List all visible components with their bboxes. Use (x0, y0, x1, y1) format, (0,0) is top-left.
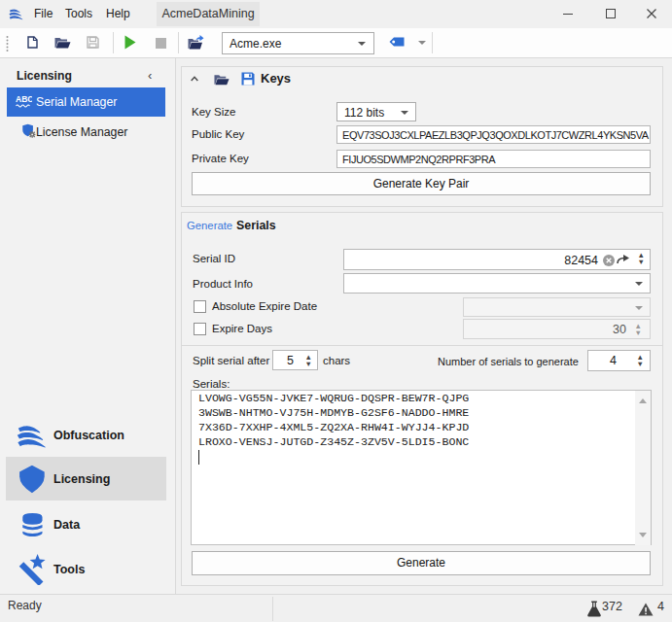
svg-text:ABC: ABC (16, 94, 32, 104)
